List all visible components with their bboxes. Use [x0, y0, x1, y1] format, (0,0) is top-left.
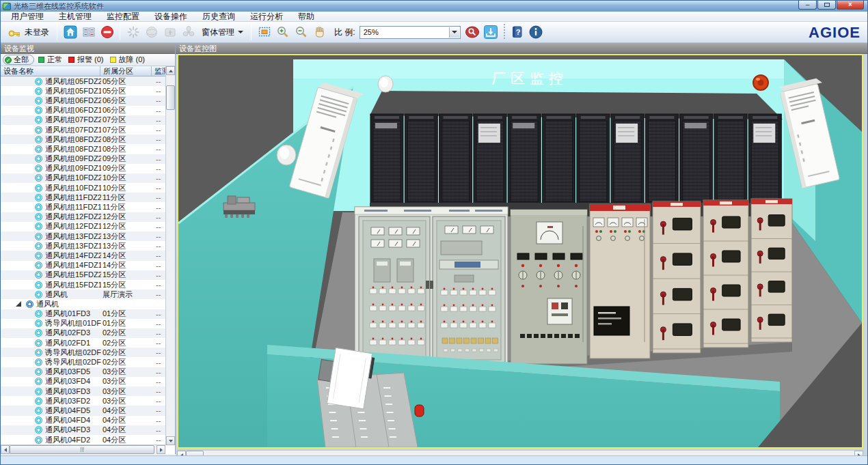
device-name: 诱导风机组01DF1 [45, 318, 101, 328]
table-row[interactable]: 通风机03FD303分区-- [1, 386, 166, 396]
fan-icon[interactable] [180, 25, 196, 40]
monitor-value: -- [152, 184, 166, 192]
monitor-value: -- [152, 417, 166, 425]
table-row[interactable]: 通风机03FD203分区-- [1, 396, 166, 406]
key-icon[interactable] [6, 25, 22, 40]
menu-item-0[interactable]: 用户管理 [3, 12, 51, 22]
monitor-value: -- [152, 145, 166, 153]
device-zone: 12分区 [101, 221, 152, 231]
scrollbar-thumb[interactable] [10, 445, 154, 454]
table-row[interactable]: 通风机组14FDZ214分区-- [1, 251, 166, 260]
filter-item-1[interactable]: 正常 [38, 55, 62, 65]
table-row[interactable]: 通风机组15FDZ215分区-- [1, 270, 166, 280]
table-row[interactable]: 通风机04FD204分区-- [1, 435, 166, 445]
table-row[interactable]: 通风机组13FDZ213分区-- [1, 231, 166, 241]
stop-icon[interactable] [99, 25, 115, 40]
table-row[interactable]: 通风机03FD503分区-- [1, 367, 166, 377]
table-row[interactable]: 诱导风机组02DF102分区-- [1, 357, 166, 367]
scale-select-caret[interactable] [449, 27, 459, 38]
column-header-1[interactable]: 所属分区 [100, 66, 152, 76]
table-row[interactable]: 通风机组10FDZ210分区-- [1, 173, 166, 183]
table-row[interactable]: 通风机组09FDZ109分区-- [1, 164, 166, 173]
table-row[interactable]: 通风机组07FDZ107分区-- [1, 125, 166, 135]
locate-icon[interactable] [465, 25, 480, 40]
table-row[interactable]: 通风机组05FDZ205分区-- [1, 76, 166, 86]
table-row[interactable]: 通风机01FD301分区-- [1, 309, 166, 319]
scale-select[interactable]: 25% [360, 26, 461, 39]
control-cabinets[interactable] [355, 199, 792, 380]
device-zone: 08分区 [101, 144, 152, 154]
menu-item-6[interactable]: 帮助 [290, 12, 322, 22]
capture-icon[interactable] [483, 25, 499, 40]
table-row[interactable]: 通风机组12FDZ212分区-- [1, 212, 166, 222]
menu-item-2[interactable]: 监控配置 [99, 12, 147, 22]
filter-item-2[interactable]: 报警 (0) [68, 55, 104, 65]
table-row[interactable]: 通风机组05FDZ105分区-- [1, 86, 166, 96]
menu-item-1[interactable]: 主机管理 [51, 12, 99, 22]
table-row[interactable]: 通风机04FD304分区-- [1, 425, 166, 435]
device-name: 通风机组12FDZ2 [45, 212, 101, 222]
table-row[interactable]: 通风机组07FDZ207分区-- [1, 115, 166, 125]
table-row[interactable]: 通风机组08FDZ108分区-- [1, 144, 166, 154]
table-row[interactable]: 通风机02FD302分区-- [1, 328, 166, 338]
pan-hand-icon[interactable] [312, 25, 327, 40]
table-row[interactable]: 通风机组08FDZ208分区-- [1, 135, 166, 144]
filter-all-button[interactable]: ✓全部 [3, 55, 34, 65]
table-row[interactable]: 通风机03FD403分区-- [1, 377, 166, 386]
info-icon[interactable] [528, 25, 544, 40]
login-status-label[interactable]: 未登录 [25, 27, 49, 38]
scroll-right-button[interactable] [157, 445, 165, 454]
zoom-out-icon[interactable] [293, 25, 309, 40]
column-header-2[interactable]: 监测 [152, 66, 166, 76]
table-row[interactable]: 通风机展厅演示-- [1, 290, 166, 299]
table-row[interactable]: 通风机组09FDZ209分区-- [1, 154, 166, 164]
table-row[interactable]: 通风机组14FDZ114分区-- [1, 261, 166, 270]
scene-title: 厂区监控 [491, 69, 568, 88]
scroll-down-button[interactable] [166, 436, 175, 445]
rotate-icon[interactable] [144, 25, 159, 40]
monitor-value: -- [152, 232, 166, 240]
device-zone: 04分区 [101, 435, 152, 445]
refresh-icon[interactable] [125, 25, 141, 40]
table-row[interactable]: 通风机组15FDZ115分区-- [1, 280, 166, 290]
menu-item-4[interactable]: 历史查询 [195, 12, 243, 22]
table-row[interactable]: 通风机组10FDZ110分区-- [1, 183, 166, 193]
filter-item-3[interactable]: 故障 (0) [110, 55, 146, 65]
minimize-button[interactable]: – [798, 1, 817, 10]
table-row[interactable]: 通风机组06FDZ106分区-- [1, 106, 166, 115]
device-icon [35, 203, 42, 211]
home-icon[interactable] [62, 25, 78, 40]
tree-group-row[interactable]: 通风机 [1, 299, 166, 309]
table-row[interactable]: 通风机04FD504分区-- [1, 406, 166, 415]
zoom-select-icon[interactable] [256, 25, 272, 40]
device-icon [35, 145, 42, 153]
table-row[interactable]: 通风机04FD404分区-- [1, 416, 166, 425]
help-icon[interactable]: ? [510, 25, 526, 40]
main-panel-header: 设备监控图 [176, 43, 867, 54]
table-row[interactable]: 通风机组13FDZ113分区-- [1, 241, 166, 251]
close-button[interactable]: × [837, 1, 864, 10]
table-row[interactable]: 通风机组11FDZ111分区-- [1, 202, 166, 212]
window-manage-button[interactable]: 窗体管理 [198, 25, 247, 40]
left-horizontal-scrollbar[interactable] [1, 445, 165, 454]
scroll-up-button[interactable] [166, 66, 175, 75]
3d-viewport[interactable]: 厂区监控 [177, 54, 863, 449]
maximize-button[interactable] [817, 1, 836, 10]
menu-item-3[interactable]: 设备操作 [147, 12, 195, 22]
table-row[interactable]: 诱导风机组01DF101分区-- [1, 319, 166, 328]
menu-item-5[interactable]: 运行分析 [243, 12, 290, 22]
table-row[interactable]: 通风机组11FDZ211分区-- [1, 193, 166, 202]
expand-triangle-icon[interactable] [16, 301, 21, 307]
zoom-in-icon[interactable] [275, 25, 290, 40]
red-marker[interactable] [415, 405, 424, 417]
table-row[interactable]: 诱导风机组02DF202分区-- [1, 348, 166, 357]
table-row[interactable]: 通风机组06FDZ206分区-- [1, 96, 166, 105]
table-row[interactable]: 通风机02FD102分区-- [1, 338, 166, 348]
scrollbar-thumb[interactable] [166, 85, 175, 110]
table-row[interactable]: 通风机组12FDZ112分区-- [1, 222, 166, 231]
vertical-scrollbar[interactable] [165, 66, 175, 445]
snapshot-icon[interactable] [162, 25, 178, 40]
layout-restore-icon[interactable] [81, 25, 96, 40]
column-header-0[interactable]: 设备名称 [1, 66, 100, 76]
scroll-left-button[interactable] [1, 445, 10, 454]
